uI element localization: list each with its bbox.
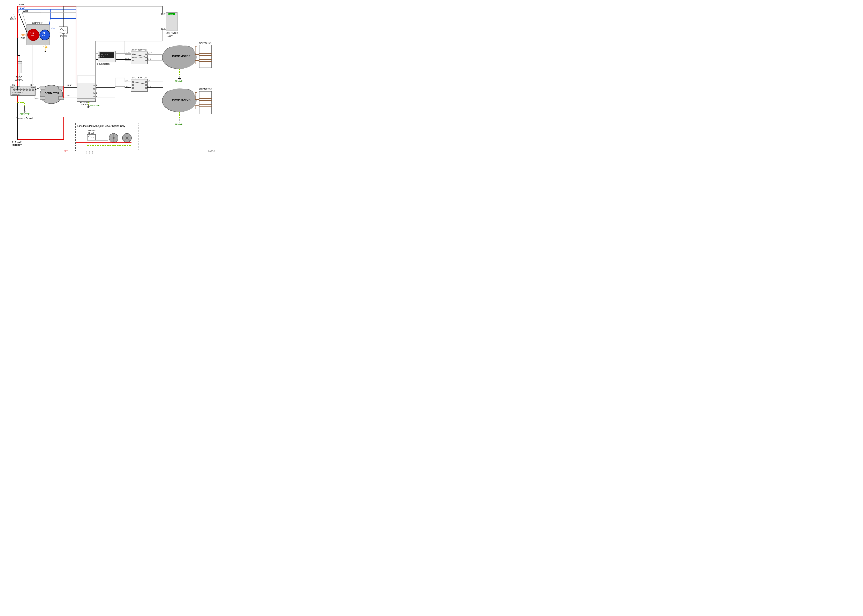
thermal-switch-fans-label2: Switch bbox=[88, 132, 94, 134]
capacitor-top-label: CAPACITOR bbox=[199, 42, 212, 44]
svg-point-97 bbox=[132, 87, 134, 89]
pressure-switch-label: PRESSURE bbox=[80, 101, 90, 104]
svg-point-82 bbox=[145, 53, 146, 55]
pump-motor-top-label: PUMP MOTOR bbox=[172, 55, 191, 58]
orn-label: ORN bbox=[20, 34, 26, 36]
svg-point-98 bbox=[145, 81, 146, 83]
115vac-label: 115 bbox=[30, 32, 34, 34]
svg-rect-63 bbox=[77, 83, 96, 102]
to-24v-label2: 24V bbox=[11, 16, 15, 18]
fuse-ma-label: 300 mA bbox=[15, 79, 23, 81]
svg-rect-46 bbox=[40, 86, 45, 89]
grn-yel-bottom-label: GRN/YEL* bbox=[19, 113, 30, 115]
svg-point-84 bbox=[145, 60, 146, 61]
24vac-label: 24 bbox=[43, 32, 45, 34]
wht-spdt-top-in: WHT bbox=[125, 52, 130, 54]
red-fans-label: RED bbox=[64, 150, 68, 152]
svg-point-100 bbox=[145, 87, 146, 89]
svg-point-38 bbox=[23, 89, 25, 91]
svg-rect-49 bbox=[58, 96, 64, 99]
grn-yel-motor-bot: GRN/YEL* bbox=[175, 123, 184, 126]
term-block-label: TERM BLOCK bbox=[11, 92, 24, 94]
capacitor-bot-label: CAPACITOR bbox=[199, 88, 212, 90]
red-label: RED bbox=[19, 3, 24, 6]
svg-rect-48 bbox=[40, 96, 45, 99]
thermal-switch-fans-label: Thermal bbox=[88, 129, 96, 132]
term-block-label2: 600V 30A bbox=[12, 94, 20, 96]
svg-point-37 bbox=[19, 89, 22, 91]
artfull-watermark: ArtFull bbox=[207, 150, 216, 153]
common-ground-label: *Common Ground bbox=[16, 117, 33, 119]
grn-yel-motor-top: GRN/YEL* bbox=[175, 80, 184, 83]
blk-label-trans: BLK bbox=[20, 37, 25, 39]
supply-label1: 115 VAC bbox=[12, 141, 22, 144]
svg-point-95 bbox=[132, 81, 134, 83]
svg-point-80 bbox=[132, 57, 134, 58]
vac-label1: VAC bbox=[30, 35, 35, 37]
svg-point-96 bbox=[132, 84, 134, 86]
svg-rect-47 bbox=[58, 86, 64, 89]
wiring-diagram: RED BLU WHT TO 24V LIGHT Transformer 115… bbox=[0, 0, 216, 154]
hours-label: HOURS bbox=[101, 53, 108, 55]
blu-label-top: BLU bbox=[20, 6, 25, 9]
thermal-switch-top-label: Thermal bbox=[60, 32, 68, 34]
grn-yel-ps-label: GRN/YEL* bbox=[90, 104, 100, 107]
diagram-svg: RED BLU WHT TO 24V LIGHT Transformer 115… bbox=[0, 0, 216, 154]
svg-point-39 bbox=[26, 89, 28, 91]
svg-rect-25 bbox=[18, 61, 22, 73]
fans-box-label: Fans Included with Quiet Cover Option On… bbox=[77, 124, 125, 127]
blu-label-trans: BLU bbox=[51, 27, 55, 29]
fuse-label: FUSE bbox=[16, 76, 22, 79]
hour-meter-label: HOUR METER bbox=[97, 63, 110, 65]
supply-label2: SUPPLY bbox=[12, 144, 22, 147]
wht-term-label: WHT bbox=[11, 86, 16, 89]
pressure-switch-label2: SWITCH bbox=[81, 104, 88, 106]
to-24v-label: TO bbox=[12, 14, 15, 16]
svg-point-35 bbox=[13, 89, 16, 91]
to-24v-label3: LIGHT bbox=[10, 18, 16, 20]
transformer-label: Transformer bbox=[30, 22, 43, 24]
vac-label2: VAC bbox=[42, 35, 46, 37]
svg-point-40 bbox=[29, 89, 31, 91]
wht-label-top: WHT bbox=[23, 9, 28, 12]
svg-point-99 bbox=[145, 84, 146, 86]
hour-meter-display: 00 00 bbox=[101, 56, 104, 57]
blk-term-label: BLK bbox=[11, 84, 15, 86]
pump-motor-bot-label: PUMP MOTOR bbox=[172, 98, 191, 101]
blk-term2-label: BLK bbox=[30, 84, 34, 86]
svg-point-178 bbox=[113, 137, 115, 139]
spdt-switch-bot-label: SPDT SWITCH bbox=[131, 76, 147, 79]
grn-sol-label: GRN bbox=[169, 14, 173, 16]
contactor-label: CONTACTOR bbox=[45, 92, 59, 94]
svg-point-79 bbox=[132, 53, 134, 55]
spdt-switch-top-label: SPDT SWITCH bbox=[131, 49, 147, 51]
svg-point-81 bbox=[132, 60, 134, 61]
wht-spdt-bot-in: WHT bbox=[125, 80, 130, 82]
t2-label: T2⊘ bbox=[93, 88, 97, 90]
l2-label: ⊘L2 bbox=[93, 84, 97, 86]
solenoid-label: SOLENOID bbox=[166, 32, 178, 34]
svg-point-83 bbox=[145, 57, 146, 58]
solenoid-115v: 115V bbox=[167, 35, 173, 37]
t1-label: T1⊘ bbox=[93, 92, 97, 94]
blk-contactor-out: BLK bbox=[68, 84, 72, 86]
wht-spdt-top-out: WHT bbox=[147, 52, 152, 54]
wht-spdt-bot-out: WHT bbox=[147, 80, 152, 82]
svg-point-184 bbox=[126, 137, 128, 139]
svg-point-18 bbox=[44, 51, 46, 52]
wht-contactor-out: WHT bbox=[68, 94, 72, 97]
l1-label: ⊘L1 bbox=[93, 96, 97, 98]
